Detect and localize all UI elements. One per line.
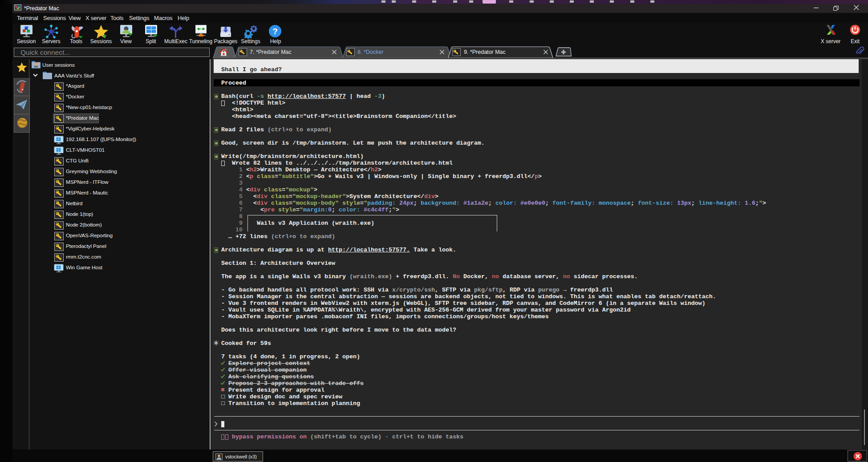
svg-text:?: ? xyxy=(272,27,278,36)
